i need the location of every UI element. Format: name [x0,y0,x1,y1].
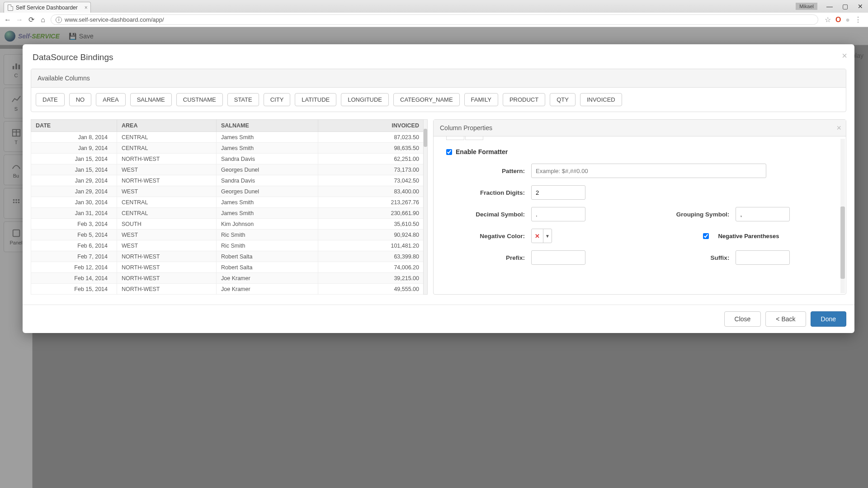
chevron-down-icon: ▼ [543,234,552,239]
data-grid: DATE AREA SALNAME INVOICED Jan 8, 2014CE… [31,119,424,295]
tab-close-icon[interactable]: × [85,5,88,11]
table-row[interactable]: Jan 15, 2014WESTGeorges Dunel73,173.00 [31,164,424,175]
decimal-symbol-label: Decimal Symbol: [443,211,525,218]
available-columns-panel: Available Columns DATENOAREASALNAMECUSTN… [31,69,846,112]
tab-strip: Self Service Dashboarder × Mikael — ▢ ✕ [0,0,868,13]
user-badge[interactable]: Mikael [796,3,817,10]
pattern-label: Pattern: [443,168,525,174]
browser-chrome: Self Service Dashboarder × Mikael — ▢ ✕ … [0,0,868,27]
column-chip[interactable]: DATE [36,93,65,106]
suffix-label: Suffix: [634,254,729,261]
grouping-symbol-input[interactable] [736,207,790,221]
suffix-input[interactable] [736,250,790,265]
col-salname[interactable]: SALNAME [217,120,318,132]
decimal-symbol-input[interactable] [531,207,585,221]
table-row[interactable]: Feb 6, 2014WESTRic Smith101,481.20 [31,240,424,251]
column-chip[interactable]: LONGITUDE [341,93,389,106]
nav-reload-icon[interactable]: ⟳ [27,15,35,24]
modal-footer: Close < Back Done [23,305,854,333]
window-close-icon[interactable]: ✕ [853,1,868,11]
negative-color-swatch-icon: ✕ [532,229,543,243]
prefix-label: Prefix: [443,254,525,261]
grouping-symbol-label: Grouping Symbol: [634,211,729,218]
site-info-icon[interactable]: i [56,17,62,23]
props-scroll-thumb[interactable] [840,206,845,279]
url-text: www.self-service-dashboard.com/app/ [65,16,164,23]
table-row[interactable]: Jan 29, 2014NORTH-WESTSandra Davis73,042… [31,175,424,186]
column-chip[interactable]: CATEGORY_NAME [393,93,460,106]
column-properties-panel: Column Properties × Enable Formatter Pat… [433,119,846,295]
grid-scroll-thumb[interactable] [424,129,427,147]
nav-forward-icon[interactable]: → [15,16,24,24]
table-row[interactable]: Feb 15, 2014NORTH-WESTJoe Kramer49,555.0… [31,284,424,295]
column-chip[interactable]: SALNAME [130,93,172,106]
negative-parentheses-label: Negative Parentheses [718,233,779,239]
column-chip[interactable]: STATE [227,93,259,106]
fraction-digits-input[interactable] [531,185,585,200]
fraction-digits-label: Fraction Digits: [443,189,525,196]
tab-stub [446,136,833,142]
properties-close-icon[interactable]: × [836,123,841,133]
props-scrollbar[interactable] [840,139,845,293]
table-row[interactable]: Feb 3, 2014SOUTHKim Johnson35,610.50 [31,219,424,230]
prefix-input[interactable] [531,250,585,265]
back-button[interactable]: < Back [765,311,806,327]
negative-parentheses-checkbox[interactable] [703,233,709,239]
browser-menu-icon[interactable]: ⋮ [854,15,862,24]
column-chip[interactable]: PRODUCT [503,93,545,106]
available-columns-heading: Available Columns [31,69,846,88]
close-button[interactable]: Close [724,311,761,327]
window-maximize-icon[interactable]: ▢ [837,1,853,11]
table-row[interactable]: Jan 30, 2014CENTRALJames Smith213,267.76 [31,197,424,208]
grid-scrollbar[interactable] [423,119,428,295]
table-row[interactable]: Jan 29, 2014WESTGeorges Dunel83,400.00 [31,186,424,197]
modal-close-icon[interactable]: × [842,51,847,61]
pattern-input[interactable] [531,164,766,178]
table-row[interactable]: Feb 7, 2014NORTH-WESTRobert Salta63,399.… [31,251,424,262]
window-minimize-icon[interactable]: — [822,1,837,11]
negative-color-label: Negative Color: [443,233,525,239]
negative-color-picker[interactable]: ✕ ▼ [531,229,552,243]
table-row[interactable]: Jan 31, 2014CENTRALJames Smith230,661.90 [31,208,424,219]
browser-tab[interactable]: Self Service Dashboarder × [4,2,91,13]
modal-title: DataSource Bindings [33,52,113,62]
address-bar: ← → ⟳ ⌂ i www.self-service-dashboard.com… [0,13,868,27]
opera-icon[interactable]: O [835,16,841,24]
enable-formatter-checkbox[interactable] [446,149,452,155]
column-chip[interactable]: CITY [264,93,291,106]
tab-title: Self Service Dashboarder [16,5,78,11]
column-chip[interactable]: FAMILY [464,93,498,106]
enable-formatter-label: Enable Formatter [456,148,508,155]
table-row[interactable]: Feb 12, 2014NORTH-WESTRobert Salta74,006… [31,262,424,273]
nav-home-icon[interactable]: ⌂ [39,16,47,24]
window-controls: Mikael — ▢ ✕ [796,0,868,13]
column-chip[interactable]: NO [69,93,92,106]
column-properties-heading: Column Properties × [434,120,846,136]
done-button[interactable]: Done [811,311,846,327]
col-date[interactable]: DATE [31,120,117,132]
url-field[interactable]: i www.self-service-dashboard.com/app/ [51,14,818,25]
nav-back-icon[interactable]: ← [4,16,12,24]
profile-icon[interactable]: ● [845,16,850,24]
column-chip[interactable]: CUSTNAME [176,93,223,106]
table-row[interactable]: Jan 15, 2014NORTH-WESTSandra Davis62,251… [31,154,424,164]
col-area[interactable]: AREA [117,120,217,132]
datasource-bindings-modal: DataSource Bindings × Available Columns … [23,44,854,333]
column-chip[interactable]: INVOICED [580,93,622,106]
bookmark-star-icon[interactable]: ☆ [825,15,831,24]
page-icon [8,5,13,11]
column-chip[interactable]: QTY [550,93,576,106]
col-invoiced[interactable]: INVOICED [318,120,424,132]
column-chip[interactable]: LATITUDE [295,93,336,106]
table-row[interactable]: Feb 14, 2014NORTH-WESTJoe Kramer39,215.0… [31,273,424,284]
modal-header: DataSource Bindings × [23,44,854,69]
table-row[interactable]: Jan 9, 2014CENTRALJames Smith98,635.50 [31,143,424,154]
table-row[interactable]: Jan 8, 2014CENTRALJames Smith87,023.50 [31,132,424,143]
column-chip-row: DATENOAREASALNAMECUSTNAMESTATECITYLATITU… [36,93,841,106]
table-row[interactable]: Feb 5, 2014WESTRic Smith90,924.80 [31,230,424,240]
column-chip[interactable]: AREA [96,93,125,106]
